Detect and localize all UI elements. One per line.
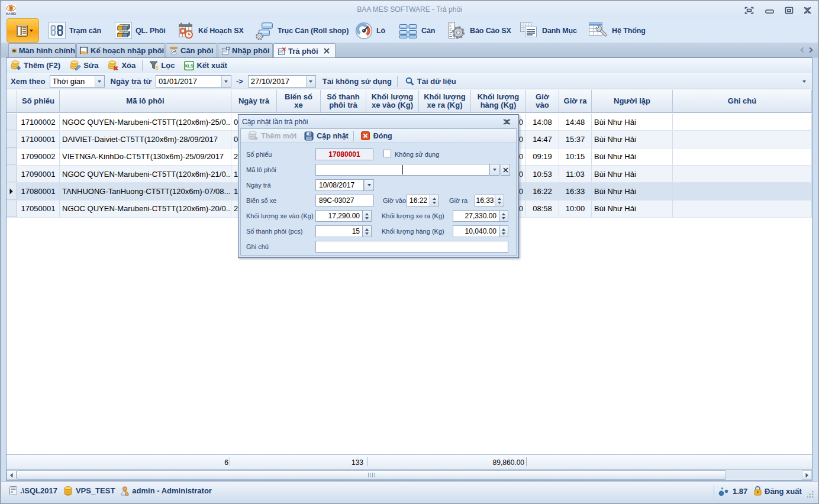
svg-text:XLS: XLS	[185, 63, 194, 69]
